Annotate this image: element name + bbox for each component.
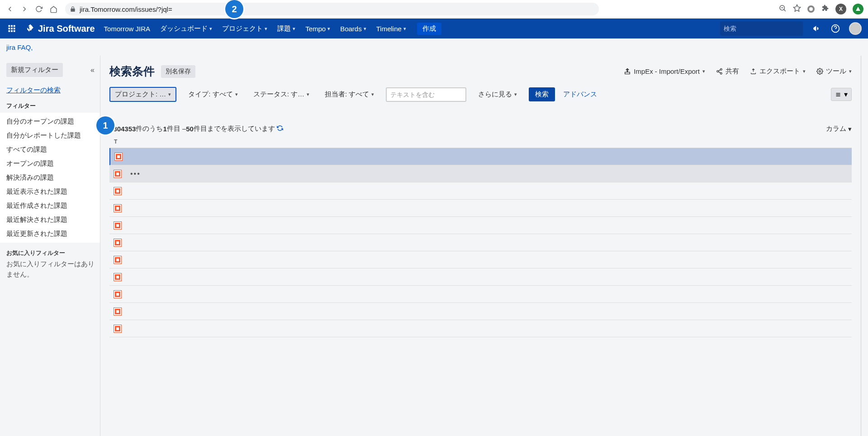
browser-extensions: X [778, 4, 863, 14]
share-tool[interactable]: 共有 [716, 67, 739, 76]
share-icon [716, 68, 723, 75]
save-as-button[interactable]: 別名保存 [161, 65, 195, 78]
criteria-project[interactable]: プロジェクト: …▾ [109, 87, 176, 102]
filter-open[interactable]: オープンの課題 [0, 157, 100, 171]
nav-instance[interactable]: Tomorrow JIRA [103, 23, 152, 34]
chevron-down-icon: ▾ [803, 68, 806, 74]
breadcrumb-bar: jira FAQ, [0, 38, 868, 56]
global-search[interactable] [720, 21, 803, 36]
table-row[interactable] [109, 286, 852, 303]
filter-list: 自分のオープンの課題 自分がレポートした課題 すべての課題 オープンの課題 解決… [0, 113, 100, 243]
filter-my-open[interactable]: 自分のオープンの課題 [0, 115, 100, 129]
fav-filters-empty: お気に入りフィルターはありません。 [6, 259, 95, 279]
row-menu-icon[interactable]: ••• [130, 170, 141, 178]
columns-button[interactable]: カラム▾ [826, 125, 852, 133]
extension-badge-green[interactable] [853, 4, 863, 14]
svg-rect-1 [9, 25, 10, 27]
table-row[interactable] [109, 200, 852, 217]
content: 検索条件 別名保存 ImpEx - Import/Export▾ 共有 エクスポ… [100, 56, 861, 436]
svg-point-15 [819, 71, 821, 72]
search-filters-link[interactable]: フィルターの検索 [6, 86, 95, 95]
nav-boards[interactable]: Boards▾ [339, 23, 367, 34]
app-switcher-icon[interactable] [6, 23, 17, 34]
bug-icon [115, 153, 122, 160]
extension-icon-1[interactable] [807, 5, 815, 13]
nav-timeline[interactable]: Timeline▾ [375, 23, 407, 34]
search-button[interactable]: 検索 [529, 87, 555, 101]
jira-logo[interactable]: Jira Software [25, 24, 95, 34]
new-filter-button[interactable]: 新規フィルター [6, 63, 63, 77]
page-title: 検索条件 [109, 64, 155, 79]
extensions-icon[interactable] [821, 4, 829, 14]
chevron-down-icon: ▾ [848, 125, 852, 133]
faq-link[interactable]: jira FAQ, [6, 43, 33, 51]
global-search-input[interactable] [724, 25, 803, 32]
svg-point-13 [717, 71, 719, 72]
table-row[interactable] [109, 148, 852, 165]
filter-recent-viewed[interactable]: 最近表示された課題 [0, 185, 100, 199]
page-scrollbar[interactable] [861, 56, 868, 436]
home-button[interactable] [48, 4, 59, 14]
chevron-down-icon: ▾ [403, 26, 406, 32]
nav-issues[interactable]: 課題▾ [276, 23, 296, 35]
user-avatar[interactable] [849, 22, 862, 35]
table-row[interactable] [109, 303, 852, 320]
zoom-icon[interactable] [778, 4, 787, 14]
filter-recent-created[interactable]: 最近作成された課題 [0, 199, 100, 213]
back-button[interactable] [5, 4, 15, 14]
table-row[interactable] [109, 251, 852, 268]
star-icon[interactable] [793, 4, 801, 14]
bug-icon [114, 205, 121, 212]
criteria-assignee[interactable]: 担当者: すべて▾ [321, 88, 378, 101]
filter-recent-updated[interactable]: 最近更新された課題 [0, 227, 100, 241]
table-row[interactable] [109, 234, 852, 251]
profile-badge[interactable]: X [835, 4, 846, 14]
nav-dashboard[interactable]: ダッシュボード▾ [159, 23, 213, 35]
criteria-type[interactable]: タイプ: すべて▾ [185, 88, 241, 101]
forward-button[interactable] [19, 4, 30, 14]
nav-tempo[interactable]: Tempo▾ [304, 23, 331, 34]
collapse-sidebar-icon[interactable]: « [90, 66, 95, 74]
bug-icon [114, 325, 121, 332]
list-icon [835, 92, 841, 97]
svg-rect-4 [9, 28, 10, 29]
criteria-status[interactable]: ステータス: す…▾ [250, 88, 313, 101]
content-header: 検索条件 別名保存 ImpEx - Import/Export▾ 共有 エクスポ… [109, 64, 852, 79]
lock-icon [70, 6, 76, 12]
table-row[interactable] [109, 320, 852, 337]
impex-tool[interactable]: ImpEx - Import/Export▾ [624, 67, 705, 75]
sidebar: 新規フィルター « フィルターの検索 フィルター 自分のオープンの課題 自分がレ… [0, 56, 100, 436]
svg-rect-2 [11, 25, 13, 27]
filter-all[interactable]: すべての課題 [0, 143, 100, 157]
filter-recent-resolved[interactable]: 最近解決された課題 [0, 213, 100, 227]
filter-reported[interactable]: 自分がレポートした課題 [0, 129, 100, 143]
fav-filters-header: お気に入りフィルター [6, 249, 95, 257]
svg-rect-8 [11, 30, 13, 32]
export-tool[interactable]: エクスポート▾ [750, 67, 806, 76]
table-row[interactable]: ••• [109, 165, 852, 182]
jira-topnav: Jira Software Tomorrow JIRA ダッシュボード▾ プロジ… [0, 19, 868, 38]
create-button[interactable]: 作成 [417, 23, 441, 35]
table-row[interactable] [109, 268, 852, 286]
svg-rect-3 [14, 25, 15, 27]
reload-button[interactable] [33, 4, 44, 14]
svg-rect-7 [9, 30, 10, 32]
svg-point-12 [720, 68, 722, 70]
chevron-down-icon: ▾ [364, 26, 366, 32]
chevron-down-icon: ▾ [371, 91, 374, 97]
view-toggle[interactable]: ▾ [831, 88, 852, 101]
tools-tool[interactable]: ツール▾ [816, 67, 852, 76]
table-row[interactable] [109, 182, 852, 200]
criteria-more[interactable]: さらに見る▾ [474, 88, 521, 101]
nav-project[interactable]: プロジェクト▾ [221, 23, 268, 35]
criteria-text-input[interactable] [386, 87, 466, 102]
table-row[interactable] [109, 217, 852, 234]
svg-rect-9 [14, 30, 15, 32]
address-bar[interactable]: jira.Tomorrow.com/issues/?jql= [65, 3, 599, 15]
feedback-icon[interactable] [811, 23, 822, 34]
help-icon[interactable] [830, 23, 841, 34]
annotation-2: 2 [225, 0, 243, 18]
advanced-link[interactable]: アドバンス [563, 90, 597, 99]
filter-resolved[interactable]: 解決済みの課題 [0, 171, 100, 185]
refresh-icon[interactable] [277, 125, 283, 133]
